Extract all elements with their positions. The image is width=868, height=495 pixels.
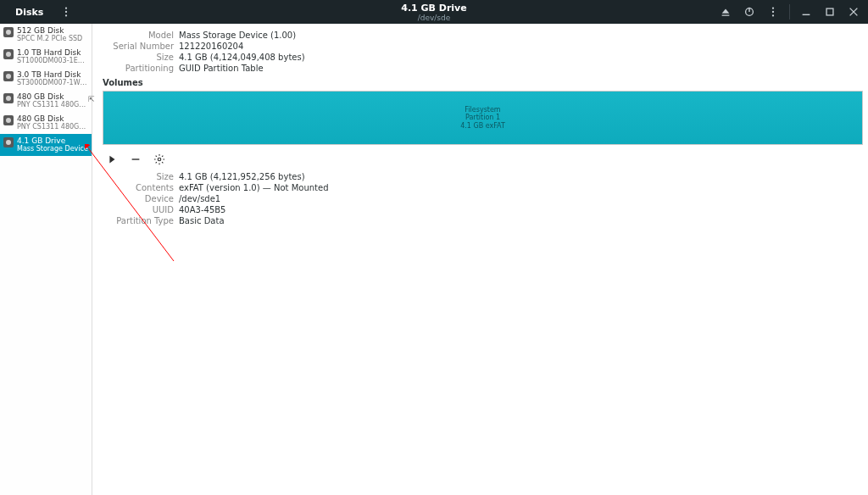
drive-icon [3, 93, 14, 103]
partition-key: Size [103, 172, 174, 181]
svg-point-6 [772, 11, 774, 13]
svg-point-7 [772, 14, 774, 16]
drive-name: 4.1 GB Drive [17, 136, 88, 145]
svg-point-0 [65, 7, 67, 8]
app-menu-button[interactable] [57, 3, 75, 21]
volumes-label: Volumes [103, 78, 863, 87]
drive-sidebar: 512 GB DiskSPCC M.2 PCIe SSD1.0 TB Hard … [0, 24, 92, 495]
volume-line3: 4.1 GB exFAT [460, 122, 505, 131]
info-value: 4.1 GB (4,124,049,408 bytes) [179, 53, 863, 62]
volume-gear-button[interactable] [152, 152, 167, 167]
eject-button[interactable] [716, 3, 735, 21]
sidebar-drive[interactable]: 480 GB DiskPNY CS1311 480GB SSD [0, 112, 92, 134]
main-pane: ModelMass Storage Device (1.00)Serial Nu… [92, 24, 868, 495]
header-bar: Disks 4.1 GB Drive /dev/sde [0, 0, 868, 24]
svg-point-11 [158, 158, 161, 161]
drive-info-grid: ModelMass Storage Device (1.00)Serial Nu… [103, 31, 863, 73]
divider [789, 4, 790, 19]
close-button[interactable] [844, 3, 863, 21]
partition-key: UUID [103, 205, 174, 214]
info-key: Partitioning [103, 64, 174, 73]
partition-key: Contents [103, 183, 174, 192]
power-off-button[interactable] [740, 3, 759, 21]
drive-icon [3, 137, 14, 147]
maximize-button[interactable] [821, 3, 839, 21]
partition-value: exFAT (version 1.0) — Not Mounted [179, 183, 863, 192]
partition-info-grid: Size4.1 GB (4,121,952,256 bytes)Contents… [103, 172, 863, 225]
svg-rect-8 [803, 14, 810, 15]
app-title: Disks [5, 7, 53, 18]
partition-value: Basic Data [179, 216, 863, 225]
info-key: Size [103, 53, 174, 62]
partition-value: 40A3-45B5 [179, 205, 863, 214]
drive-model: ST1000DM003-1ER162 [17, 57, 88, 64]
partition-value: 4.1 GB (4,121,952,256 bytes) [179, 172, 863, 181]
info-key: Serial Number [103, 42, 174, 51]
drive-icon [3, 27, 14, 37]
mount-button[interactable] [104, 152, 120, 167]
drive-model: PNY CS1311 480GB SSD [17, 101, 88, 108]
volume-controls [103, 148, 863, 172]
drive-name: 3.0 TB Hard Disk [17, 70, 88, 79]
detach-indicator: ⇱ [88, 95, 95, 103]
drive-icon [3, 49, 14, 59]
sidebar-drive[interactable]: 3.0 TB Hard DiskST3000DM007-1WY10G [0, 68, 92, 90]
drive-model: SPCC M.2 PCIe SSD [17, 35, 82, 42]
drive-model: PNY CS1311 480GB SSD [17, 123, 88, 131]
drive-icon [3, 115, 14, 125]
drive-name: 1.0 TB Hard Disk [17, 48, 88, 57]
drive-name: 512 GB Disk [17, 26, 82, 35]
info-value: Mass Storage Device (1.00) [179, 31, 863, 40]
sidebar-drive[interactable]: 480 GB DiskPNY CS1311 480GB SSD [0, 90, 92, 112]
drive-menu-button[interactable] [764, 3, 782, 21]
volume-line1: Filesystem [465, 106, 500, 114]
minimize-button[interactable] [797, 3, 815, 21]
volume-map[interactable]: Filesystem Partition 1 4.1 GB exFAT [103, 91, 863, 145]
sidebar-drive[interactable]: 512 GB DiskSPCC M.2 PCIe SSD [0, 24, 92, 46]
svg-point-2 [65, 14, 67, 16]
svg-point-1 [65, 11, 67, 13]
drive-name: 480 GB Disk [17, 92, 88, 101]
drive-model: ST3000DM007-1WY10G [17, 79, 88, 86]
drive-name: 480 GB Disk [17, 114, 88, 123]
info-value: GUID Partition Table [179, 64, 863, 73]
sidebar-drive[interactable]: 1.0 TB Hard DiskST1000DM003-1ER162 [0, 46, 92, 68]
svg-rect-9 [826, 8, 833, 15]
drive-model: Mass Storage Device [17, 145, 88, 153]
svg-point-5 [772, 7, 774, 8]
info-key: Model [103, 31, 174, 40]
partition-value: /dev/sde1 [179, 194, 863, 203]
partition-key: Device [103, 194, 174, 203]
drive-icon [3, 71, 14, 81]
volume-partition[interactable]: Filesystem Partition 1 4.1 GB exFAT [103, 92, 862, 144]
svg-rect-4 [748, 8, 749, 12]
sidebar-drive[interactable]: 4.1 GB DriveMass Storage Device [0, 134, 92, 156]
info-value: 121220160204 [179, 42, 863, 51]
partition-key: Partition Type [103, 216, 174, 225]
volume-line2: Partition 1 [465, 114, 500, 122]
svg-rect-10 [132, 159, 140, 159]
delete-partition-button[interactable] [128, 152, 143, 167]
